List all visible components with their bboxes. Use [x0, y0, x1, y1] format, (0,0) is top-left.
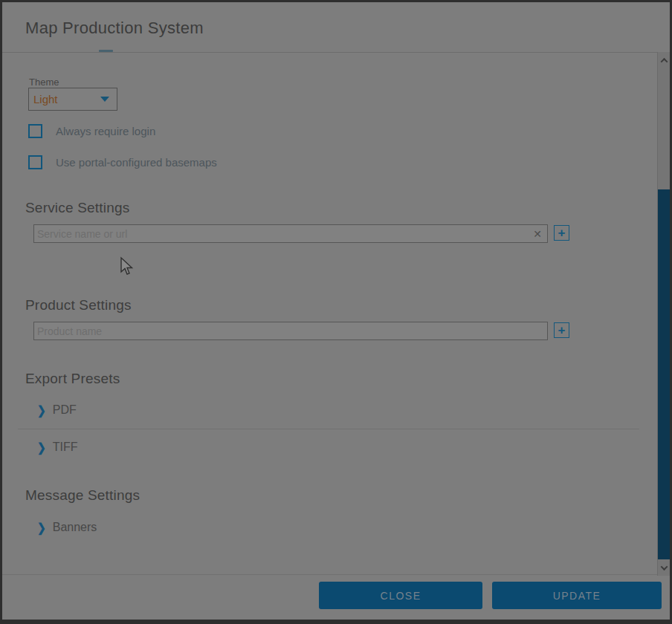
- product-input-wrap: [33, 322, 548, 340]
- service-input-wrap: ✕: [33, 224, 548, 243]
- vertical-scrollbar[interactable]: [657, 52, 670, 576]
- chevron-down-icon: [660, 563, 668, 571]
- expander-tiff[interactable]: ❯ TIFF: [37, 440, 78, 455]
- theme-select[interactable]: Light: [28, 88, 117, 111]
- scrollbar-thumb[interactable]: [658, 189, 670, 559]
- preset-divider: [18, 429, 639, 429]
- footer-divider: [2, 574, 670, 575]
- expander-label: TIFF: [53, 441, 78, 454]
- service-settings-heading: Service Settings: [25, 200, 130, 216]
- expander-label: PDF: [53, 403, 77, 417]
- product-name-input[interactable]: [34, 322, 547, 339]
- checkbox-always-require-login[interactable]: [28, 124, 42, 138]
- header-divider: [2, 52, 657, 53]
- expander-pdf[interactable]: ❯ PDF: [37, 403, 77, 417]
- map-production-system-dialog: Map Production System Theme Light Always…: [2, 2, 670, 620]
- export-presets-heading: Export Presets: [25, 371, 120, 387]
- message-settings-heading: Message Settings: [25, 487, 140, 504]
- expander-banners[interactable]: ❯ Banners: [37, 520, 97, 535]
- close-button[interactable]: CLOSE: [319, 582, 482, 609]
- checkbox-label: Always require login: [56, 125, 155, 137]
- theme-label: Theme: [29, 77, 59, 88]
- chevron-right-icon: ❯: [37, 521, 46, 533]
- product-settings-heading: Product Settings: [25, 297, 132, 313]
- service-name-input[interactable]: [34, 225, 528, 242]
- mouse-cursor: [118, 256, 135, 277]
- update-button[interactable]: UPDATE: [492, 582, 662, 609]
- scroll-down-arrow[interactable]: [658, 559, 670, 576]
- theme-selected-value: Light: [33, 93, 58, 105]
- chevron-right-icon: ❯: [37, 404, 46, 416]
- expander-label: Banners: [53, 521, 97, 534]
- checkbox-label: Use portal-configured basemaps: [56, 156, 217, 169]
- add-service-button[interactable]: +: [554, 225, 569, 241]
- chevron-down-icon: [100, 97, 109, 102]
- chevron-up-icon: [660, 57, 668, 65]
- checkbox-portal-basemaps[interactable]: [28, 155, 42, 169]
- clear-input-icon[interactable]: ✕: [528, 225, 547, 242]
- scroll-up-arrow[interactable]: [658, 52, 670, 68]
- add-product-button[interactable]: +: [554, 322, 569, 338]
- chevron-right-icon: ❯: [37, 441, 46, 453]
- clipped-scrolled-element: [99, 50, 113, 52]
- checkbox-row-portal-basemaps[interactable]: Use portal-configured basemaps: [28, 155, 217, 169]
- checkbox-row-always-require-login[interactable]: Always require login: [28, 123, 155, 138]
- dialog-title: Map Production System: [25, 19, 204, 38]
